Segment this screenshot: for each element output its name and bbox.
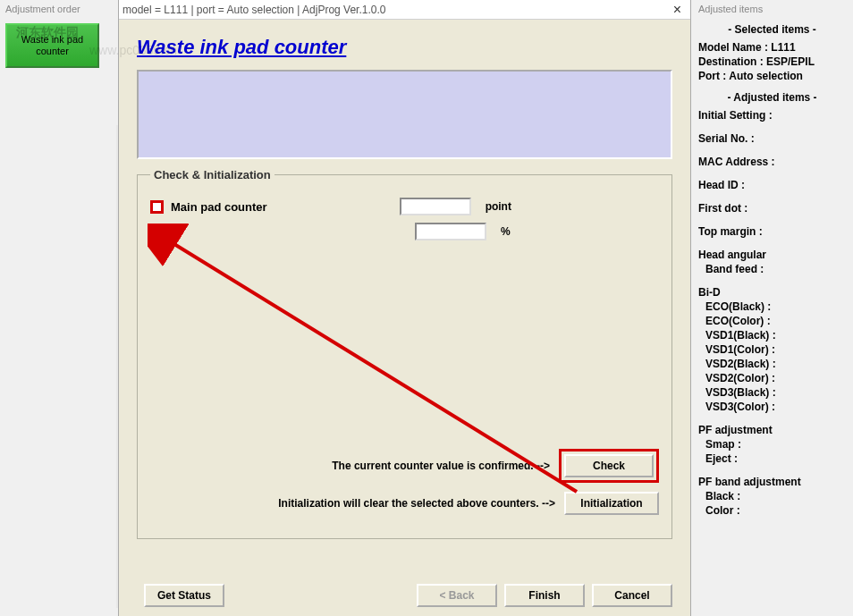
main-pad-label: Main pad counter bbox=[171, 200, 267, 214]
fieldset-legend: Check & Initialization bbox=[150, 168, 274, 181]
bid-vsd2-black: VSD2(Black) : bbox=[698, 358, 846, 370]
cancel-button[interactable]: Cancel bbox=[592, 584, 672, 607]
eject: Eject : bbox=[698, 452, 846, 465]
head-id: Head ID : bbox=[698, 179, 846, 191]
bid-vsd1-color: VSD1(Color) : bbox=[698, 343, 846, 356]
bottom-actions: The current counter value is confirmed. … bbox=[150, 449, 659, 524]
pf-black: Black : bbox=[698, 490, 846, 502]
initialization-button[interactable]: Initialization bbox=[564, 492, 659, 515]
first-dot: First dot : bbox=[698, 202, 846, 215]
bid-vsd3-color: VSD3(Color) : bbox=[698, 401, 846, 413]
main-content: Waste ink pad counter Check & Initializa… bbox=[119, 20, 690, 616]
check-button[interactable]: Check bbox=[564, 454, 654, 477]
back-button[interactable]: < Back bbox=[417, 584, 497, 607]
nav-bar: Get Status < Back Finish Cancel bbox=[137, 584, 672, 607]
initial-setting: Initial Setting : bbox=[698, 109, 846, 122]
get-status-button[interactable]: Get Status bbox=[144, 584, 224, 607]
port: Port : Auto selection bbox=[698, 70, 846, 82]
model-name: Model Name : L111 bbox=[698, 41, 846, 54]
pf-band-adjustment: PF band adjustment bbox=[698, 476, 846, 488]
main-window: model = L111 | port = Auto selection | A… bbox=[118, 0, 690, 616]
close-icon[interactable]: × bbox=[668, 2, 687, 18]
unit-point: point bbox=[486, 200, 511, 213]
bid-eco-black: ECO(Black) : bbox=[698, 300, 846, 313]
unit-percent: % bbox=[501, 225, 511, 238]
smap: Smap : bbox=[698, 438, 846, 451]
percent-value-box bbox=[415, 223, 486, 240]
band-feed: Band feed : bbox=[698, 263, 846, 275]
right-panel-header: Adjusted items bbox=[698, 4, 846, 14]
confirm-text: The current counter value is confirmed. … bbox=[332, 460, 550, 472]
pf-color: Color : bbox=[698, 504, 846, 517]
log-textarea[interactable] bbox=[137, 70, 672, 159]
waste-ink-pad-counter-tile[interactable]: Waste ink pad counter bbox=[5, 23, 99, 68]
page-title: Waste ink pad counter bbox=[137, 36, 672, 59]
adjusted-items-panel: Adjusted items - Selected items - Model … bbox=[690, 0, 853, 616]
bid-vsd1-black: VSD1(Black) : bbox=[698, 329, 846, 342]
main-pad-checkbox[interactable] bbox=[150, 200, 164, 214]
bid-eco-color: ECO(Color) : bbox=[698, 315, 846, 327]
titlebar-text: model = L111 | port = Auto selection | A… bbox=[122, 4, 668, 16]
bid-vsd2-color: VSD2(Color) : bbox=[698, 372, 846, 384]
finish-button[interactable]: Finish bbox=[504, 584, 585, 607]
serial-no: Serial No. : bbox=[698, 132, 846, 145]
adjustment-order-panel: Adjustment order Waste ink pad counter bbox=[0, 0, 118, 616]
check-button-highlight: Check bbox=[559, 449, 659, 483]
selected-items-header: - Selected items - bbox=[698, 23, 846, 36]
check-init-fieldset: Check & Initialization Main pad counter … bbox=[137, 168, 672, 539]
destination: Destination : ESP/EPIL bbox=[698, 55, 846, 68]
point-value-box bbox=[400, 198, 471, 215]
init-text: Initialization will clear the selected a… bbox=[278, 497, 555, 510]
bid-vsd3-black: VSD3(Black) : bbox=[698, 386, 846, 399]
titlebar: model = L111 | port = Auto selection | A… bbox=[119, 0, 690, 20]
top-margin: Top margin : bbox=[698, 225, 846, 238]
bid-header: Bi-D bbox=[698, 286, 846, 299]
waste-ink-tile-label: Waste ink pad counter bbox=[21, 34, 83, 56]
left-panel-header: Adjustment order bbox=[0, 0, 118, 18]
adjusted-items-header: - Adjusted items - bbox=[698, 91, 846, 104]
pf-adjustment: PF adjustment bbox=[698, 424, 846, 436]
head-angular: Head angular bbox=[698, 249, 846, 261]
mac-address: MAC Address : bbox=[698, 156, 846, 168]
